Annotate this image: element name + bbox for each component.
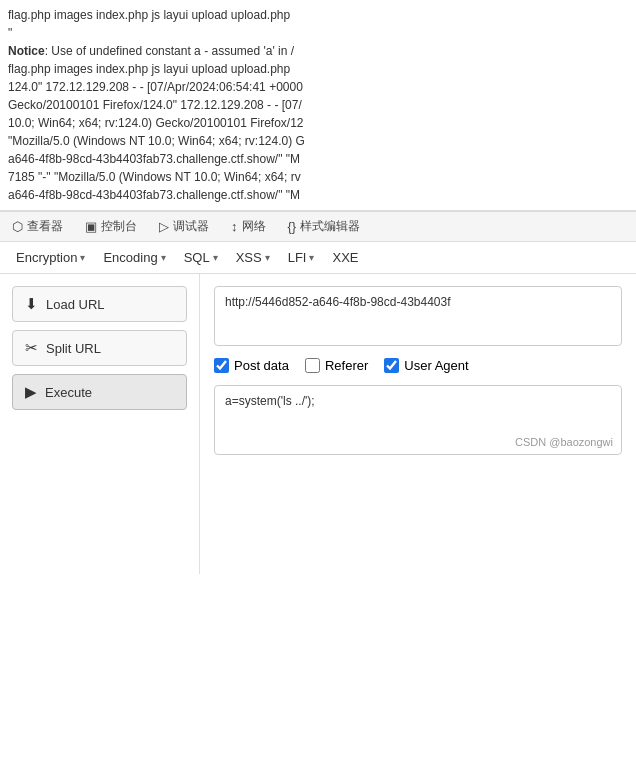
- post-data-checkbox[interactable]: [214, 358, 229, 373]
- xxe-label: XXE: [332, 250, 358, 265]
- devtools-bar: ⬡ 查看器 ▣ 控制台 ▷ 调试器 ↕ 网络 {} 样式编辑器: [0, 211, 636, 242]
- menu-item-xxe[interactable]: XXE: [324, 246, 366, 269]
- notice-label: Notice: [8, 44, 45, 58]
- user-agent-checkbox[interactable]: [384, 358, 399, 373]
- top-line2: ": [8, 26, 12, 40]
- referer-label: Referer: [325, 358, 368, 373]
- network-label: 网络: [242, 218, 266, 235]
- encryption-chevron: ▾: [80, 252, 85, 263]
- checkboxes-row: Post data Referer User Agent: [214, 358, 622, 373]
- top-line3: flag.php images index.php js layui uploa…: [8, 62, 290, 76]
- top-line8: a646-4f8b-98cd-43b4403fab73.challenge.ct…: [8, 152, 300, 166]
- left-sidebar: ⬇ Load URL ✂ Split URL ▶ Execute: [0, 274, 200, 574]
- split-url-button[interactable]: ✂ Split URL: [12, 330, 187, 366]
- xss-label: XSS: [236, 250, 262, 265]
- watermark: CSDN @baozongwi: [515, 436, 613, 448]
- top-line1: flag.php images index.php js layui uploa…: [8, 8, 290, 22]
- referer-checkbox[interactable]: [305, 358, 320, 373]
- sql-chevron: ▾: [213, 252, 218, 263]
- inspector-label: 查看器: [27, 218, 63, 235]
- style-editor-label: 样式编辑器: [300, 218, 360, 235]
- lfi-chevron: ▾: [309, 252, 314, 263]
- top-line10: a646-4f8b-98cd-43b4403fab73.challenge.ct…: [8, 188, 300, 202]
- load-url-icon: ⬇: [25, 295, 38, 313]
- debugger-label: 调试器: [173, 218, 209, 235]
- notice-text: : Use of undefined constant a - assumed …: [45, 44, 294, 58]
- referer-checkbox-item[interactable]: Referer: [305, 358, 368, 373]
- load-url-button[interactable]: ⬇ Load URL: [12, 286, 187, 322]
- top-line4: 124.0" 172.12.129.208 - - [07/Apr/2024:0…: [8, 80, 303, 94]
- encoding-chevron: ▾: [161, 252, 166, 263]
- top-line6: 10.0; Win64; x64; rv:124.0) Gecko/201001…: [8, 116, 304, 130]
- main-panel: ⬇ Load URL ✂ Split URL ▶ Execute http://…: [0, 274, 636, 574]
- devtools-debugger[interactable]: ▷ 调试器: [155, 216, 213, 237]
- top-content-area: flag.php images index.php js layui uploa…: [0, 0, 636, 211]
- encryption-label: Encryption: [16, 250, 77, 265]
- lfi-label: LFI: [288, 250, 307, 265]
- top-line9: 7185 "-" "Mozilla/5.0 (Windows NT 10.0; …: [8, 170, 301, 184]
- user-agent-label: User Agent: [404, 358, 468, 373]
- network-icon: ↕: [231, 219, 238, 234]
- devtools-style-editor[interactable]: {} 样式编辑器: [284, 216, 365, 237]
- post-data-box[interactable]: a=system('ls ../'); CSDN @baozongwi: [214, 385, 622, 455]
- encoding-label: Encoding: [103, 250, 157, 265]
- menu-item-sql[interactable]: SQL ▾: [176, 246, 226, 269]
- debugger-icon: ▷: [159, 219, 169, 234]
- console-icon: ▣: [85, 219, 97, 234]
- xss-chevron: ▾: [265, 252, 270, 263]
- right-content: http://5446d852-a646-4f8b-98cd-43b4403f …: [200, 274, 636, 574]
- devtools-network[interactable]: ↕ 网络: [227, 216, 270, 237]
- top-line5: Gecko/20100101 Firefox/124.0" 172.12.129…: [8, 98, 302, 112]
- execute-icon: ▶: [25, 383, 37, 401]
- post-data-checkbox-item[interactable]: Post data: [214, 358, 289, 373]
- user-agent-checkbox-item[interactable]: User Agent: [384, 358, 468, 373]
- menu-item-lfi[interactable]: LFI ▾: [280, 246, 323, 269]
- post-data-value: a=system('ls ../');: [225, 394, 315, 408]
- menu-bar: Encryption ▾ Encoding ▾ SQL ▾ XSS ▾ LFI …: [0, 242, 636, 274]
- menu-item-encryption[interactable]: Encryption ▾: [8, 246, 93, 269]
- sql-label: SQL: [184, 250, 210, 265]
- devtools-inspector[interactable]: ⬡ 查看器: [8, 216, 67, 237]
- split-url-label: Split URL: [46, 341, 101, 356]
- url-value: http://5446d852-a646-4f8b-98cd-43b4403f: [225, 295, 451, 309]
- console-label: 控制台: [101, 218, 137, 235]
- split-url-icon: ✂: [25, 339, 38, 357]
- url-input-box[interactable]: http://5446d852-a646-4f8b-98cd-43b4403f: [214, 286, 622, 346]
- style-editor-icon: {}: [288, 219, 297, 234]
- inspector-icon: ⬡: [12, 219, 23, 234]
- menu-item-encoding[interactable]: Encoding ▾: [95, 246, 173, 269]
- load-url-label: Load URL: [46, 297, 105, 312]
- devtools-console[interactable]: ▣ 控制台: [81, 216, 141, 237]
- execute-button[interactable]: ▶ Execute: [12, 374, 187, 410]
- post-data-label: Post data: [234, 358, 289, 373]
- menu-item-xss[interactable]: XSS ▾: [228, 246, 278, 269]
- execute-label: Execute: [45, 385, 92, 400]
- top-line7: "Mozilla/5.0 (Windows NT 10.0; Win64; x6…: [8, 134, 305, 148]
